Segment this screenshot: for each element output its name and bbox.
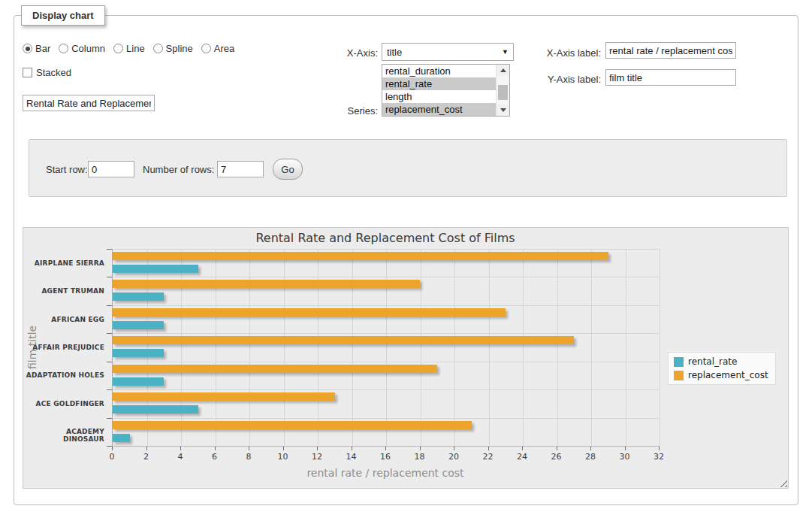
x-axis-select-label: X-Axis: [315,47,378,59]
resize-handle-icon[interactable] [777,477,787,487]
x-axis-tick-label: 10 [268,452,298,462]
gridline-vertical [591,249,592,446]
x-axis-tick-label: 14 [337,452,367,462]
start-row-input[interactable] [88,161,134,177]
gridline-vertical [660,249,660,446]
number-of-rows-input[interactable] [217,161,264,177]
go-button[interactable]: Go [273,159,303,180]
scrollbar[interactable] [496,65,509,116]
x-axis-title: rental rate / replacement cost [112,467,659,479]
chart-container: Rental Rate and Replacement Cost of Film… [23,227,789,489]
chart-type-label: Bar [35,43,50,54]
chart-title: Rental Rate and Replacement Cost of Film… [112,231,659,245]
stacked-checkbox[interactable] [23,68,32,77]
bar-rental_rate [113,434,130,442]
number-of-rows-label: Number of rows: [143,164,214,175]
x-axis-tick-label: 12 [302,452,332,462]
bar-replacement_cost [113,365,437,373]
x-axis-tick [317,447,318,450]
legend-label: rental_rate [688,356,737,367]
bar-replacement_cost [113,280,420,288]
gridline-vertical [216,249,216,446]
chart-type-option-column[interactable]: Column [59,43,105,54]
scroll-down-icon[interactable] [497,105,509,116]
x-axis-select[interactable]: title ▼ [382,43,514,61]
radio-icon[interactable] [153,44,163,53]
gridline-vertical [421,249,421,446]
x-axis-tick-label: 24 [507,452,537,462]
x-axis-tick-label: 4 [165,452,195,462]
gridline-horizontal [113,333,660,334]
y-axis-label-input[interactable] [605,69,736,86]
chart-type-option-line[interactable]: Line [113,43,145,54]
bar-rental_rate [113,405,198,414]
bar-replacement_cost [113,308,506,317]
x-axis-tick-label: 0 [97,452,127,462]
y-axis-title: film title [26,249,38,446]
gridline-vertical [284,249,285,446]
x-axis-tick-label: 20 [439,452,469,462]
gridline-horizontal [113,305,660,306]
scrollbar-thumb[interactable] [498,85,508,100]
y-axis-tick [107,333,112,334]
bar-replacement_cost [113,336,574,344]
bar-replacement_cost [113,392,335,401]
stacked-label: Stacked [36,67,71,78]
x-axis-tick-label: 32 [644,452,674,462]
chart-type-option-area[interactable]: Area [201,43,234,54]
x-axis-tick-label: 18 [405,452,435,462]
chart-type-option-spline[interactable]: Spline [153,43,193,54]
radio-icon[interactable] [23,44,32,53]
stacked-checkbox-row[interactable]: Stacked [23,67,71,78]
start-row-label: Start row: [46,164,88,175]
gridline-vertical [249,249,250,446]
legend-swatch-icon [674,357,684,367]
plot-area [112,249,660,447]
series-option-replacement_cost[interactable]: replacement_cost [382,103,509,116]
legend-swatch-icon [674,371,684,380]
legend-item-replacement_cost[interactable]: replacement_cost [674,370,768,380]
x-axis-tick [625,447,626,450]
gridline-horizontal [113,389,660,390]
chart-type-radio-group: BarColumnLineSplineArea [23,43,234,54]
x-axis-tick-label: 8 [234,452,264,462]
x-axis-tick [557,447,557,450]
y-axis-tick [107,305,112,306]
gridline-horizontal [113,418,660,419]
chart-type-label: Line [126,43,145,54]
x-axis-label-input[interactable] [605,42,736,59]
x-axis-tick-label: 22 [473,452,503,462]
bar-replacement_cost [113,421,472,429]
x-axis-selected-value: title [387,47,402,58]
x-axis-tick [522,447,523,450]
legend-item-rental_rate[interactable]: rental_rate [674,356,768,367]
row-range-panel: Start row: Number of rows: Go [29,139,787,197]
gridline-vertical [147,249,148,446]
gridline-horizontal [113,249,660,250]
chart-type-option-bar[interactable]: Bar [23,43,50,54]
x-axis-tick [385,447,386,450]
series-option-length[interactable]: length [382,90,509,103]
chart-title-input[interactable] [23,95,155,111]
x-axis-tick [590,447,591,450]
gridline-vertical [386,249,387,446]
radio-icon[interactable] [59,44,68,53]
x-axis-tick [420,447,421,450]
series-option-rental_rate[interactable]: rental_rate [382,77,509,90]
gridline-vertical [626,249,626,446]
chart-type-label: Spline [166,43,193,54]
y-axis-tick [107,362,112,362]
radio-icon[interactable] [201,44,211,53]
scroll-up-icon[interactable] [497,65,509,76]
fieldset-legend: Display chart [21,5,105,26]
x-axis-tick-label: 28 [575,452,605,462]
y-axis-tick [107,249,112,250]
gridline-vertical [454,249,455,446]
radio-icon[interactable] [113,44,123,53]
chevron-down-icon: ▼ [502,48,509,56]
x-axis-tick [283,447,284,450]
bar-rental_rate [113,349,164,357]
series-multiselect[interactable]: rental_durationrental_ratelengthreplacem… [382,64,510,117]
x-axis-tick-label: 2 [131,452,161,462]
series-option-rental_duration[interactable]: rental_duration [382,65,509,77]
